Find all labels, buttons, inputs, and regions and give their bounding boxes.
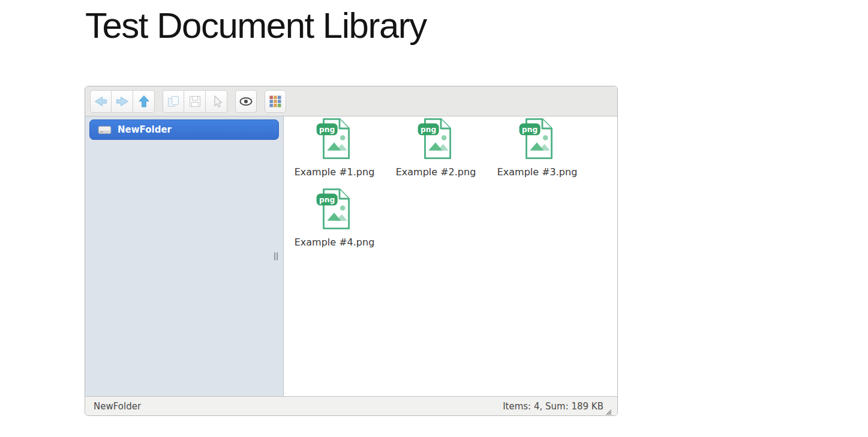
nav-button-group bbox=[90, 90, 155, 113]
file-name: Example #3.png bbox=[497, 166, 578, 178]
file-item[interactable]: png Example #2.png bbox=[385, 118, 486, 178]
file-manager-body: NewFolder png Example #1.png bbox=[85, 116, 617, 396]
forward-arrow-icon bbox=[115, 94, 130, 109]
file-name: Example #2.png bbox=[396, 166, 476, 178]
file-type-badge: png bbox=[522, 125, 537, 134]
save-button[interactable] bbox=[184, 90, 206, 113]
statusbar: NewFolder Items: 4, Sum: 189 KB bbox=[85, 396, 617, 415]
file-manager: NewFolder png Example #1.png bbox=[85, 86, 618, 416]
statusbar-summary: Items: 4, Sum: 189 KB bbox=[503, 401, 603, 412]
preview-button[interactable] bbox=[235, 90, 257, 113]
sidebar: NewFolder bbox=[85, 116, 284, 396]
file-name: Example #4.png bbox=[295, 237, 375, 248]
grid-view-icon bbox=[268, 94, 283, 109]
statusbar-path: NewFolder bbox=[94, 401, 141, 412]
png-file-icon: png bbox=[519, 118, 555, 160]
file-item[interactable]: png Example #3.png bbox=[486, 118, 588, 178]
view-grid-button[interactable] bbox=[265, 90, 286, 113]
drive-icon bbox=[98, 125, 112, 135]
file-name: Example #1.png bbox=[295, 166, 375, 178]
eye-icon bbox=[239, 94, 253, 109]
edit-button-group bbox=[163, 90, 227, 113]
page-title: Test Document Library bbox=[85, 5, 427, 46]
resize-grip-icon[interactable] bbox=[605, 408, 612, 415]
back-arrow-icon bbox=[94, 94, 108, 109]
file-item[interactable]: png Example #4.png bbox=[284, 188, 385, 248]
cursor-pointer-icon bbox=[209, 94, 224, 109]
select-button[interactable] bbox=[206, 90, 227, 113]
sidebar-resize-handle[interactable] bbox=[273, 250, 279, 263]
file-grid: png Example #1.png png Example #2.png bbox=[284, 116, 617, 396]
back-button[interactable] bbox=[90, 90, 112, 113]
file-type-badge: png bbox=[319, 196, 335, 204]
up-button[interactable] bbox=[133, 90, 155, 113]
png-file-icon: png bbox=[316, 188, 353, 230]
save-icon bbox=[188, 94, 202, 109]
file-type-badge: png bbox=[421, 125, 436, 134]
forward-button[interactable] bbox=[112, 90, 133, 113]
up-arrow-icon bbox=[137, 94, 151, 109]
toolbar bbox=[85, 86, 617, 116]
file-type-badge: png bbox=[319, 125, 335, 134]
sidebar-item-label: NewFolder bbox=[118, 124, 172, 135]
copy-button[interactable] bbox=[163, 90, 184, 113]
png-file-icon: png bbox=[418, 118, 454, 160]
file-item[interactable]: png Example #1.png bbox=[284, 118, 385, 178]
png-file-icon: png bbox=[316, 118, 353, 160]
sidebar-item-newfolder[interactable]: NewFolder bbox=[89, 119, 279, 140]
copy-icon bbox=[166, 94, 181, 109]
